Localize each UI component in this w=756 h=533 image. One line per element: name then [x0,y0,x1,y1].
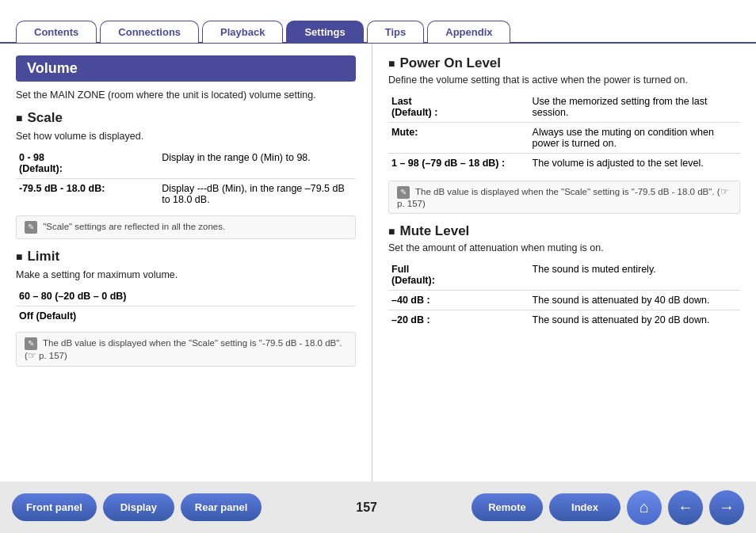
mute-intro: Set the amount of attenuation when mutin… [388,242,740,253]
table-row: Full (Default): The sound is muted entir… [388,260,740,291]
power-value-2: Always use the muting on condition when … [529,123,740,154]
mute-value-3: The sound is attenuated by 20 dB down. [529,310,740,330]
scale-table: 0 - 98 (Default): Display in the range 0… [16,148,356,209]
page-number: 157 [274,501,459,515]
limit-table: 60 – 80 (–20 dB – 0 dB) Off (Default) [16,287,356,326]
power-table: Last (Default) : Use the memorized setti… [388,92,740,173]
table-row: –40 dB : The sound is attenuated by 40 d… [388,291,740,310]
table-row: 0 - 98 (Default): Display in the range 0… [16,148,356,179]
power-label-1: Last (Default) : [388,92,529,123]
rear-panel-button[interactable]: Rear panel [181,493,262,521]
mute-table: Full (Default): The sound is muted entir… [388,260,740,329]
scale-note-box: ✎ "Scale" settings are reflected in all … [16,215,356,239]
tab-contents[interactable]: Contents [16,21,97,43]
main-content: Volume Set the MAIN ZONE (room where the… [0,44,756,482]
power-label-3: 1 – 98 (–79 dB – 18 dB) : [388,154,529,173]
scale-label-1: 0 - 98 (Default): [16,148,158,179]
volume-header: Volume [16,55,356,82]
mute-label-3: –20 dB : [388,310,529,330]
index-button[interactable]: Index [549,493,620,521]
bottom-navigation: Front panel Display Rear panel 157 Remot… [0,482,756,533]
table-row: Last (Default) : Use the memorized setti… [388,92,740,123]
scale-label-2: -79.5 dB - 18.0 dB: [16,179,158,210]
tab-playback[interactable]: Playback [202,21,283,43]
power-value-1: Use the memorized setting from the last … [529,92,740,123]
forward-button[interactable]: → [709,490,744,525]
top-navigation: Contents Connections Playback Settings T… [0,0,756,44]
back-button[interactable]: ← [668,490,703,525]
mute-label-2: –40 dB : [388,291,529,310]
table-row: –20 dB : The sound is attenuated by 20 d… [388,310,740,330]
note-icon-3: ✎ [397,186,410,199]
limit-label-2: Off (Default) [16,306,356,326]
tab-connections[interactable]: Connections [100,21,199,43]
mute-value-2: The sound is attenuated by 40 dB down. [529,291,740,310]
limit-intro: Make a setting for maximum volume. [16,269,356,280]
front-panel-button[interactable]: Front panel [12,493,97,521]
limit-default: (Default) [36,310,77,322]
power-title: Power On Level [388,55,740,71]
limit-note-box: ✎ The dB value is displayed when the "Sc… [16,332,356,367]
volume-intro: Set the MAIN ZONE (room where the unit i… [16,89,356,101]
note-icon: ✎ [25,221,37,234]
scale-intro: Set how volume is displayed. [16,131,356,142]
tab-appendix[interactable]: Appendix [427,21,510,43]
power-note-text: The dB value is displayed when the "Scal… [397,187,729,208]
note-icon-2: ✎ [25,337,37,350]
scale-value-1: Display in the range 0 (Min) to 98. [158,148,356,179]
limit-note-text: The dB value is displayed when the "Scal… [25,338,342,360]
table-row: Off (Default) [16,306,356,326]
scale-title: Scale [16,110,356,126]
tab-tips[interactable]: Tips [367,21,425,43]
power-label-2: Mute: [388,123,529,154]
right-column: Power On Level Define the volume setting… [372,44,756,482]
table-row: -79.5 dB - 18.0 dB: Display ---dB (Min),… [16,179,356,210]
home-button[interactable]: ⌂ [627,490,662,525]
power-intro: Define the volume setting that is active… [388,74,740,86]
limit-label-1: 60 – 80 (–20 dB – 0 dB) [16,287,356,306]
table-row: 1 – 98 (–79 dB – 18 dB) : The volume is … [388,154,740,173]
limit-title: Limit [16,249,356,265]
mute-value-1: The sound is muted entirely. [529,260,740,291]
remote-button[interactable]: Remote [472,493,543,521]
scale-value-2: Display ---dB (Min), in the range –79.5 … [158,179,356,210]
table-row: 60 – 80 (–20 dB – 0 dB) [16,287,356,306]
mute-title: Mute Level [388,223,740,239]
power-value-3: The volume is adjusted to the set level. [529,154,740,173]
left-column: Volume Set the MAIN ZONE (room where the… [0,44,372,482]
table-row: Mute: Always use the muting on condition… [388,123,740,154]
tab-settings[interactable]: Settings [286,21,363,43]
power-note-box: ✎ The dB value is displayed when the "Sc… [388,181,740,214]
mute-label-1: Full (Default): [388,260,529,291]
display-button[interactable]: Display [103,493,174,521]
scale-note-text: "Scale" settings are reflected in all th… [43,222,225,231]
